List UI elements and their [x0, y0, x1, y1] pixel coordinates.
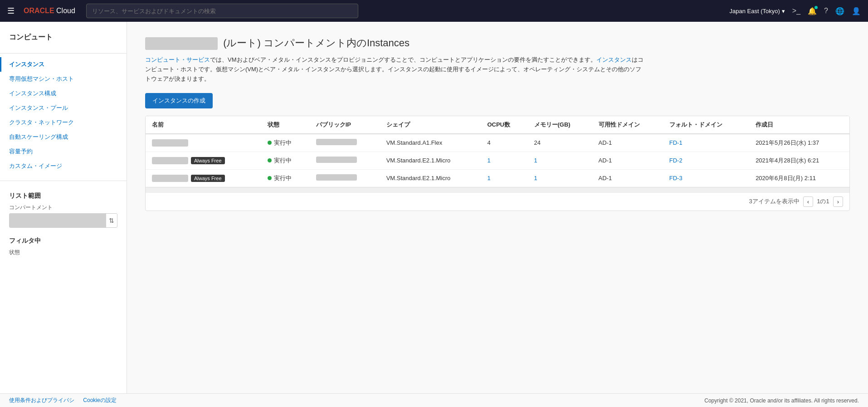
col-name: 名前: [146, 116, 261, 134]
cookie-link[interactable]: Cookieの設定: [83, 397, 116, 399]
pagination-prev-button[interactable]: ‹: [803, 196, 813, 207]
desc-text1: では、VMおよびベア・メタル・インスタンスをプロビジョニングすることで、コンピュ…: [210, 56, 596, 63]
status-text: 実行中: [274, 175, 292, 181]
sidebar-item-autoscaling[interactable]: 自動スケーリング構成: [0, 130, 127, 144]
cell-ocpu: 1: [481, 152, 527, 169]
cell-fd: FD-2: [663, 152, 749, 169]
app-body: コンピュート インスタンス 専用仮想マシン・ホスト インスタンス構成 インスタン…: [0, 22, 868, 393]
bell-icon-wrapper[interactable]: 🔔: [808, 7, 817, 15]
main-content: (ルート) コンパートメント内のInstances コンピュート・サービスでは、…: [127, 22, 868, 393]
always-free-badge: Always Free: [191, 175, 225, 182]
table-row: Always Free実行中VM.Standard.E2.1.Micro11AD…: [146, 169, 849, 187]
status-dot-icon: [268, 141, 272, 145]
page-description: コンピュート・サービスでは、VMおよびベア・メタル・インスタンスをプロビジョニン…: [145, 55, 644, 83]
pagination-current: 1の1: [817, 197, 829, 206]
cell-shape: VM.Standard.E2.1.Micro: [380, 152, 481, 169]
sidebar-item-instance-config[interactable]: インスタンス構成: [0, 86, 127, 101]
name-cell-content: [152, 139, 255, 147]
pagination-info: 3アイテムを表示中: [749, 197, 800, 206]
status-text: 実行中: [274, 157, 292, 164]
compartment-label: コンパートメント: [9, 204, 117, 211]
sidebar-item-cluster-network[interactable]: クラスタ・ネットワーク: [0, 115, 127, 130]
sidebar-item-instance-pool[interactable]: インスタンス・プール: [0, 101, 127, 115]
region-chevron-icon: ▾: [782, 8, 785, 15]
cell-public-ip: [310, 152, 380, 169]
public-ip-blurred: [316, 174, 357, 181]
cell-ocpu: 4: [481, 134, 527, 152]
footer: 使用条件およびプライバシ Cookieの設定 Copyright © 2021,…: [0, 393, 868, 399]
user-icon[interactable]: 👤: [852, 7, 861, 15]
region-label: Japan East (Tokyo): [730, 8, 780, 15]
memory-link[interactable]: 1: [534, 175, 537, 181]
instance-name-blurred: [152, 175, 188, 182]
instances-table: 名前 状態 パブリックIP シェイプ OCPU数 メモリー(GB) 可用性ドメイ…: [146, 116, 849, 187]
status-dot-icon: [268, 158, 272, 162]
cell-ad: AD-1: [592, 134, 663, 152]
footer-left: 使用条件およびプライバシ Cookieの設定: [9, 397, 124, 399]
cloud-text: Cloud: [56, 7, 75, 15]
cell-memory: 24: [528, 134, 592, 152]
compartment-name-blurred: [145, 37, 218, 50]
compartment-arrows-icon[interactable]: ⇅: [106, 217, 117, 224]
top-navigation: ☰ ORACLE Cloud Japan East (Tokyo) ▾ >_ 🔔…: [0, 0, 868, 22]
cell-shape: VM.Standard.E2.1.Micro: [380, 169, 481, 187]
list-scope-title: リスト範囲: [9, 192, 117, 200]
public-ip-blurred: [316, 139, 357, 145]
search-input[interactable]: [86, 4, 358, 18]
name-cell-content: Always Free: [152, 157, 255, 164]
ocpu-link[interactable]: 1: [487, 157, 490, 164]
cell-public-ip: [310, 169, 380, 187]
region-selector[interactable]: Japan East (Tokyo) ▾: [730, 8, 785, 15]
col-created: 作成日: [749, 116, 849, 134]
cell-created: 2020年6月8日(月) 2:11: [749, 169, 849, 187]
col-memory: メモリー(GB): [528, 116, 592, 134]
col-ocpu: OCPU数: [481, 116, 527, 134]
globe-icon[interactable]: 🌐: [835, 7, 844, 15]
compute-service-link[interactable]: コンピュート・サービス: [145, 56, 210, 63]
page-title-text: (ルート) コンパートメント内のInstances: [223, 37, 410, 49]
instances-table-wrapper: 名前 状態 パブリックIP シェイプ OCPU数 メモリー(GB) 可用性ドメイ…: [145, 116, 850, 211]
cell-memory: 1: [528, 169, 592, 187]
create-instance-button[interactable]: インスタンスの作成: [145, 93, 213, 108]
instance-name-blurred: [152, 157, 188, 164]
instance-link[interactable]: インスタンス: [596, 56, 632, 63]
col-ad: 可用性ドメイン: [592, 116, 663, 134]
sidebar-item-dedicated-vm[interactable]: 専用仮想マシン・ホスト: [0, 72, 127, 86]
cell-public-ip: [310, 134, 380, 152]
terms-link[interactable]: 使用条件およびプライバシ: [9, 397, 74, 399]
help-icon[interactable]: ?: [824, 7, 828, 15]
sidebar: コンピュート インスタンス 専用仮想マシン・ホスト インスタンス構成 インスタン…: [0, 22, 127, 393]
table-horizontal-scrollbar[interactable]: [146, 187, 849, 192]
cell-ad: AD-1: [592, 169, 663, 187]
always-free-badge: Always Free: [191, 157, 225, 164]
filter-status-label: 状態: [0, 245, 127, 256]
status-text: 実行中: [274, 139, 292, 146]
pagination-next-button[interactable]: ›: [833, 196, 843, 207]
instance-name-blurred: [152, 139, 188, 147]
nav-right: Japan East (Tokyo) ▾ >_ 🔔 ? 🌐 👤: [730, 7, 861, 15]
hamburger-menu-icon[interactable]: ☰: [7, 6, 15, 16]
status-dot-icon: [268, 176, 272, 180]
sidebar-item-capacity-reservation[interactable]: 容量予約: [0, 144, 127, 159]
filter-section-title: フィルタ中: [0, 237, 127, 245]
cell-created: 2021年4月28日(水) 6:21: [749, 152, 849, 169]
oracle-text: ORACLE: [24, 7, 54, 15]
footer-copyright: Copyright © 2021, Oracle and/or its affi…: [704, 397, 859, 399]
fd-link[interactable]: FD-3: [669, 175, 683, 181]
cell-ad: AD-1: [592, 152, 663, 169]
cell-ocpu: 1: [481, 169, 527, 187]
cell-status: 実行中: [261, 152, 309, 169]
col-shape: シェイプ: [380, 116, 481, 134]
col-public-ip: パブリックIP: [310, 116, 380, 134]
cell-fd: FD-1: [663, 134, 749, 152]
fd-link[interactable]: FD-1: [669, 139, 683, 146]
cloud-shell-icon[interactable]: >_: [792, 7, 800, 15]
oracle-logo: ORACLE Cloud: [24, 7, 75, 15]
fd-link[interactable]: FD-2: [669, 157, 683, 164]
memory-link[interactable]: 1: [534, 157, 537, 164]
table-row: 実行中VM.Standard.A1.Flex424AD-1FD-12021年5月…: [146, 134, 849, 152]
sidebar-item-instances[interactable]: インスタンス: [0, 57, 127, 72]
ocpu-link[interactable]: 1: [487, 175, 490, 181]
compartment-select[interactable]: [10, 214, 106, 227]
sidebar-item-custom-image[interactable]: カスタム・イメージ: [0, 159, 127, 173]
